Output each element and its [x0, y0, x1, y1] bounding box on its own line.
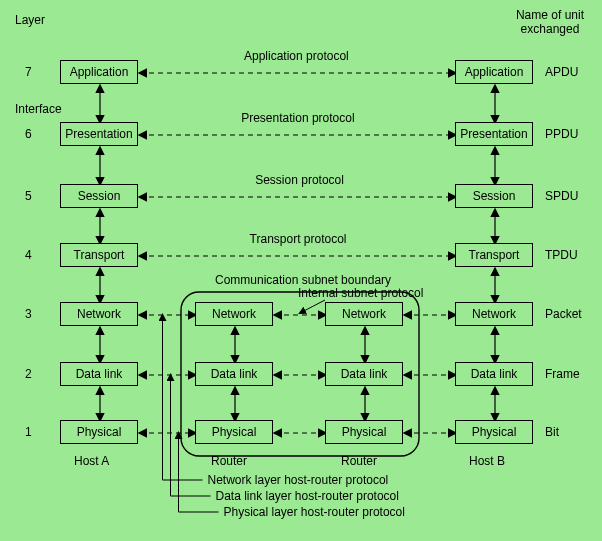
unit-Bit: Bit	[545, 425, 559, 439]
router2-data-link: Data link	[325, 362, 403, 386]
unit-Frame: Frame	[545, 367, 580, 381]
hostB-physical: Physical	[455, 420, 533, 444]
hostA-network: Network	[60, 302, 138, 326]
hostA-application: Application	[60, 60, 138, 84]
label-hostA: Host A	[74, 454, 109, 468]
layer-num-4: 4	[25, 248, 32, 262]
layer-num-1: 1	[25, 425, 32, 439]
unit-PPDU: PPDU	[545, 127, 578, 141]
router1-data-link: Data link	[195, 362, 273, 386]
unit-APDU: APDU	[545, 65, 578, 79]
label-subnet: Communication subnet boundary	[215, 273, 391, 287]
hostA-physical: Physical	[60, 420, 138, 444]
router2-physical: Physical	[325, 420, 403, 444]
router1-physical: Physical	[195, 420, 273, 444]
hostA-transport: Transport	[60, 243, 138, 267]
label-hr-2: Physical layer host-router protocol	[224, 505, 405, 519]
unit-Packet: Packet	[545, 307, 582, 321]
label-internal: Internal subnet protocol	[298, 286, 423, 300]
proto-5: Session protocol	[255, 173, 344, 187]
label-hr-1: Data link layer host-router protocol	[216, 489, 399, 503]
label-hr-0: Network layer host-router protocol	[208, 473, 389, 487]
hostA-session: Session	[60, 184, 138, 208]
label-hostB: Host B	[469, 454, 505, 468]
layer-num-3: 3	[25, 307, 32, 321]
router2-network: Network	[325, 302, 403, 326]
router1-network: Network	[195, 302, 273, 326]
hostB-session: Session	[455, 184, 533, 208]
hostB-data-link: Data link	[455, 362, 533, 386]
unit-TPDU: TPDU	[545, 248, 578, 262]
hostB-application: Application	[455, 60, 533, 84]
hostB-network: Network	[455, 302, 533, 326]
layer-num-5: 5	[25, 189, 32, 203]
hostA-presentation: Presentation	[60, 122, 138, 146]
hostB-presentation: Presentation	[455, 122, 533, 146]
proto-4: Transport protocol	[250, 232, 347, 246]
label-router1: Router	[211, 454, 247, 468]
layer-num-6: 6	[25, 127, 32, 141]
proto-7: Application protocol	[244, 49, 349, 63]
label-router2: Router	[341, 454, 377, 468]
unit-SPDU: SPDU	[545, 189, 578, 203]
hostB-transport: Transport	[455, 243, 533, 267]
proto-6: Presentation protocol	[241, 111, 354, 125]
layer-num-2: 2	[25, 367, 32, 381]
hostA-data-link: Data link	[60, 362, 138, 386]
layer-num-7: 7	[25, 65, 32, 79]
